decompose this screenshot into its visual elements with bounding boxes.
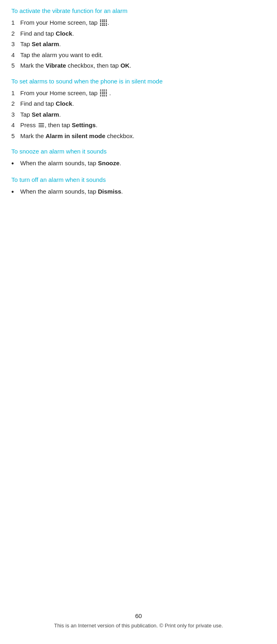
step-text: Mark the Alarm in silent mode checkbox. <box>20 132 266 141</box>
bullets-snooze: • When the alarm sounds, tap Snooze. <box>11 159 266 169</box>
footer-copyright: This is an Internet version of this publ… <box>0 623 277 629</box>
step-vibrate-1: 1 From your Home screen, tap . <box>11 18 266 28</box>
step-num: 5 <box>11 132 20 141</box>
step-text: Tap the alarm you want to edit. <box>20 51 266 60</box>
grid-icon <box>100 90 107 96</box>
step-vibrate-5: 5 Mark the Vibrate checkbox, then tap OK… <box>11 61 266 70</box>
steps-silent: 1 From your Home screen, tap . 2 Find an… <box>11 89 266 141</box>
step-text: Tap Set alarm. <box>20 40 266 49</box>
section-turnoff: To turn off an alarm when it sounds • Wh… <box>11 176 266 197</box>
step-silent-1: 1 From your Home screen, tap . <box>11 89 266 98</box>
section-silent: To set alarms to sound when the phone is… <box>11 78 266 141</box>
step-text: From your Home screen, tap . <box>20 18 266 28</box>
heading-snooze: To snooze an alarm when it sounds <box>11 148 266 155</box>
section-vibrate: To activate the vibrate function for an … <box>11 7 266 70</box>
bullet-snooze-1: • When the alarm sounds, tap Snooze. <box>11 159 266 169</box>
step-vibrate-4: 4 Tap the alarm you want to edit. <box>11 51 266 60</box>
step-text: Press , then tap Settings. <box>20 121 266 130</box>
bullet-text: When the alarm sounds, tap Snooze. <box>20 159 266 168</box>
heading-silent: To set alarms to sound when the phone is… <box>11 78 266 85</box>
step-num: 1 <box>11 89 20 98</box>
bullet-dot: • <box>11 187 20 197</box>
step-silent-2: 2 Find and tap Clock. <box>11 99 266 109</box>
page-content: To activate the vibrate function for an … <box>0 0 277 237</box>
step-num: 4 <box>11 51 20 60</box>
step-vibrate-2: 2 Find and tap Clock. <box>11 29 266 38</box>
step-text: From your Home screen, tap . <box>20 89 266 98</box>
steps-vibrate: 1 From your Home screen, tap . 2 Find an… <box>11 18 266 70</box>
step-num: 1 <box>11 18 20 28</box>
heading-vibrate: To activate the vibrate function for an … <box>11 7 266 14</box>
step-num: 3 <box>11 40 20 49</box>
bullet-text: When the alarm sounds, tap Dismiss. <box>20 187 266 196</box>
step-num: 2 <box>11 29 20 38</box>
bullets-turnoff: • When the alarm sounds, tap Dismiss. <box>11 187 266 197</box>
step-silent-4: 4 Press , then tap Settings. <box>11 121 266 130</box>
step-text: Tap Set alarm. <box>20 110 266 119</box>
step-silent-5: 5 Mark the Alarm in silent mode checkbox… <box>11 132 266 141</box>
step-silent-3: 3 Tap Set alarm. <box>11 110 266 119</box>
bullet-dot: • <box>11 159 20 169</box>
step-num: 5 <box>11 61 20 70</box>
step-vibrate-3: 3 Tap Set alarm. <box>11 40 266 49</box>
step-text: Mark the Vibrate checkbox, then tap OK. <box>20 61 266 70</box>
bullet-turnoff-1: • When the alarm sounds, tap Dismiss. <box>11 187 266 197</box>
step-text: Find and tap Clock. <box>20 29 266 38</box>
step-num: 2 <box>11 99 20 109</box>
page-number: 60 <box>0 612 277 619</box>
step-num: 4 <box>11 121 20 130</box>
section-snooze: To snooze an alarm when it sounds • When… <box>11 148 266 169</box>
heading-turnoff: To turn off an alarm when it sounds <box>11 176 266 183</box>
step-num: 3 <box>11 110 20 119</box>
grid-icon <box>100 19 107 26</box>
step-text: Find and tap Clock. <box>20 99 266 109</box>
page-footer: 60 This is an Internet version of this p… <box>0 612 277 629</box>
menu-icon <box>38 123 44 127</box>
